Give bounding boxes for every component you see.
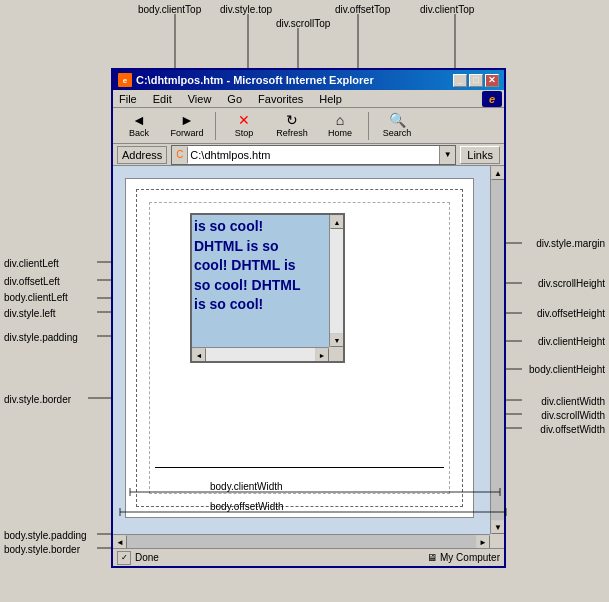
scroll-div[interactable]: is so cool! DHTML is so cool! DHTML is s… <box>190 213 345 363</box>
label-div-style-border: div.style.border <box>4 394 71 405</box>
window-controls: _ □ ✕ <box>453 74 499 87</box>
toolbar-sep-1 <box>215 112 216 140</box>
label-body-client-width: body.clientWidth <box>210 481 283 492</box>
address-label: Address <box>117 146 167 164</box>
home-label: Home <box>328 128 352 138</box>
computer-icon: 🖥 <box>427 552 437 563</box>
search-icon: 🔍 <box>389 113 406 127</box>
refresh-label: Refresh <box>276 128 308 138</box>
home-icon: ⌂ <box>336 113 344 127</box>
label-body-client-height: body.clientHeight <box>529 364 605 375</box>
label-div-client-left: div.clientLeft <box>4 258 59 269</box>
browser-body: is so cool! DHTML is so cool! DHTML is s… <box>113 166 504 548</box>
label-div-scroll-top: div.scrollTop <box>276 18 330 29</box>
status-zone-text: My Computer <box>440 552 500 563</box>
label-div-offset-left: div.offsetLeft <box>4 276 60 287</box>
browser-scroll-right[interactable]: ► <box>476 535 490 548</box>
status-done-text: Done <box>135 552 423 563</box>
minimize-button[interactable]: _ <box>453 74 467 87</box>
ie-logo: e <box>482 91 502 107</box>
stop-button[interactable]: ✕ Stop <box>222 110 266 142</box>
status-bar: ✓ Done 🖥 My Computer <box>113 548 504 566</box>
address-dropdown[interactable]: ▼ <box>439 146 455 164</box>
maximize-button[interactable]: □ <box>469 74 483 87</box>
address-bar: Address C C:\dhtmlpos.htm ▼ Links <box>113 144 504 166</box>
label-div-style-top: div.style.top <box>220 4 272 15</box>
forward-label: Forward <box>170 128 203 138</box>
back-label: Back <box>129 128 149 138</box>
label-div-style-padding: div.style.padding <box>4 332 78 343</box>
menu-bar: File Edit View Go Favorites Help e <box>113 90 504 108</box>
back-icon: ◄ <box>132 113 146 127</box>
browser-scroll-left[interactable]: ◄ <box>113 535 127 548</box>
inner-dashed-rect: is so cool! DHTML is so cool! DHTML is s… <box>149 202 450 494</box>
search-button[interactable]: 🔍 Search <box>375 110 419 142</box>
browser-scroll-down[interactable]: ▼ <box>491 520 504 534</box>
forward-icon: ► <box>180 113 194 127</box>
label-body-client-top: body.clientTop <box>138 4 201 15</box>
toolbar-sep-2 <box>368 112 369 140</box>
title-bar: e C:\dhtmlpos.htm - Microsoft Internet E… <box>113 70 504 90</box>
label-div-offset-top: div.offsetTop <box>335 4 390 15</box>
links-button[interactable]: Links <box>460 146 500 164</box>
label-div-offset-width: div.offsetWidth <box>540 424 605 435</box>
div-scrollbar-h[interactable]: ◄ ► <box>192 347 329 361</box>
div-scroll-left-arrow[interactable]: ◄ <box>192 348 206 362</box>
div-scroll-corner <box>329 347 343 361</box>
menu-help[interactable]: Help <box>315 92 346 106</box>
client-width-line <box>155 467 444 468</box>
toolbar: ◄ Back ► Forward ✕ Stop ↻ Refresh ⌂ <box>113 108 504 144</box>
div-scroll-up-arrow[interactable]: ▲ <box>330 215 344 229</box>
label-div-scroll-width: div.scrollWidth <box>541 410 605 421</box>
label-body-client-left: body.clientLeft <box>4 292 68 303</box>
div-scroll-right-arrow[interactable]: ► <box>315 348 329 362</box>
search-label: Search <box>383 128 412 138</box>
refresh-icon: ↻ <box>286 113 298 127</box>
menu-file[interactable]: File <box>115 92 141 106</box>
div-scroll-down-arrow[interactable]: ▼ <box>330 333 344 347</box>
browser-scroll-track-h[interactable] <box>127 535 476 548</box>
stop-label: Stop <box>235 128 254 138</box>
browser-scrollbar-h[interactable]: ◄ ► <box>113 534 490 548</box>
label-div-client-top-right: div.clientTop <box>420 4 474 15</box>
label-div-style-left: div.style.left <box>4 308 56 319</box>
label-div-offset-height: div.offsetHeight <box>537 308 605 319</box>
label-div-client-height: div.clientHeight <box>538 336 605 347</box>
label-div-style-margin: div.style.margin <box>536 238 605 249</box>
forward-button[interactable]: ► Forward <box>165 110 209 142</box>
address-ie-icon: C <box>172 147 188 163</box>
close-button[interactable]: ✕ <box>485 74 499 87</box>
status-right: 🖥 My Computer <box>427 552 500 563</box>
label-div-scroll-height: div.scrollHeight <box>538 278 605 289</box>
label-body-style-padding: body.style.padding <box>4 530 87 541</box>
div-scrollbar-v[interactable]: ▲ ▼ <box>329 215 343 347</box>
browser-sb-corner <box>490 534 504 548</box>
browser-scroll-track-v[interactable] <box>491 180 504 520</box>
address-input[interactable]: C:\dhtmlpos.htm <box>188 146 439 164</box>
div-scroll-track-v[interactable] <box>330 229 343 333</box>
label-body-style-border: body.style.border <box>4 544 80 555</box>
diagram-container: body.clientTop div.style.top div.scrollT… <box>0 0 609 602</box>
div-scroll-track-h[interactable] <box>206 348 315 361</box>
window-title: C:\dhtmlpos.htm - Microsoft Internet Exp… <box>136 74 374 86</box>
label-body-offset-width: body.offsetWidth <box>210 501 284 512</box>
outer-dashed-rect: is so cool! DHTML is so cool! DHTML is s… <box>136 189 463 507</box>
browser-scroll-up[interactable]: ▲ <box>491 166 504 180</box>
ie-icon: e <box>118 73 132 87</box>
ie-window: e C:\dhtmlpos.htm - Microsoft Internet E… <box>111 68 506 568</box>
home-button[interactable]: ⌂ Home <box>318 110 362 142</box>
content-area: is so cool! DHTML is so cool! DHTML is s… <box>113 166 490 534</box>
back-button[interactable]: ◄ Back <box>117 110 161 142</box>
scroll-content: is so cool! DHTML is so cool! DHTML is s… <box>192 215 343 317</box>
refresh-button[interactable]: ↻ Refresh <box>270 110 314 142</box>
page-area: is so cool! DHTML is so cool! DHTML is s… <box>125 178 474 518</box>
label-div-client-width: div.clientWidth <box>541 396 605 407</box>
status-page-icon: ✓ <box>117 551 131 565</box>
stop-icon: ✕ <box>238 113 250 127</box>
browser-scrollbar-v[interactable]: ▲ ▼ <box>490 166 504 534</box>
menu-favorites[interactable]: Favorites <box>254 92 307 106</box>
menu-go[interactable]: Go <box>223 92 246 106</box>
menu-view[interactable]: View <box>184 92 216 106</box>
menu-edit[interactable]: Edit <box>149 92 176 106</box>
